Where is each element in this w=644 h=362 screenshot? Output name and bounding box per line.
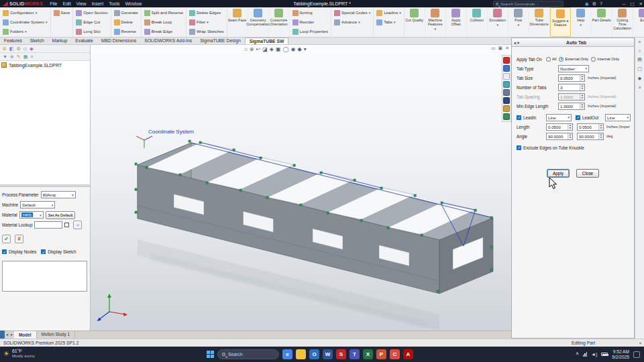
menu-insert[interactable]: Insert bbox=[89, 0, 107, 7]
material-lookup-search-button[interactable]: ⌕ bbox=[73, 221, 82, 229]
ribbon-suggest-a-feature[interactable]: Suggest a Feature bbox=[550, 7, 571, 37]
leadout-angle-input[interactable]: 90.0000▲▼ bbox=[577, 133, 604, 140]
machine-select[interactable]: Default▾ bbox=[20, 201, 55, 208]
collapse-pane-icon[interactable]: « bbox=[639, 40, 641, 44]
spinner-arrows[interactable]: ▲▼ bbox=[568, 133, 572, 139]
leadout-type-select[interactable]: Line▾ bbox=[605, 114, 631, 121]
tab-mbd-dimensions[interactable]: MBD Dimensions bbox=[97, 38, 141, 44]
undock-icon[interactable]: ◂ bbox=[514, 40, 516, 45]
maximize-button[interactable]: ▢ bbox=[630, 1, 634, 7]
notification-center-icon[interactable] bbox=[633, 351, 640, 358]
battery-icon[interactable] bbox=[601, 353, 608, 356]
edit-appearance-icon[interactable]: ◆ bbox=[297, 46, 301, 52]
start-button[interactable] bbox=[207, 351, 214, 358]
view-settings-icon[interactable]: ▾ bbox=[304, 46, 307, 52]
ribbon-help[interactable]: Help▾ bbox=[571, 7, 592, 37]
display-style-icon[interactable]: ◯ bbox=[283, 46, 289, 52]
tab-evaluate[interactable]: Evaluate bbox=[71, 38, 97, 44]
property-manager-icon[interactable]: ◧ bbox=[9, 45, 14, 53]
ribbon-leadins[interactable]: Leadins▾ bbox=[375, 8, 402, 17]
teams-icon[interactable]: T bbox=[350, 349, 360, 359]
ribbon-tube-dimensions[interactable]: Tube Dimensions bbox=[529, 7, 550, 37]
user-account-icon[interactable]: ◉ bbox=[585, 0, 589, 7]
tab-scroll-left-icon[interactable]: ◂ bbox=[5, 331, 9, 339]
menu-edit[interactable]: Edit bbox=[60, 0, 74, 7]
ribbon-geometry-compensation[interactable]: Geometry Compensation bbox=[248, 7, 269, 37]
nodes-listbox[interactable] bbox=[2, 261, 87, 292]
ribbon-cut-quality[interactable]: Cut Quality bbox=[405, 7, 425, 37]
file-explorer-pane-icon[interactable]: ▢ bbox=[637, 66, 642, 72]
pin-icon[interactable]: ▾ bbox=[517, 40, 519, 45]
minimize-button[interactable]: ─ bbox=[623, 1, 626, 6]
menu-view[interactable]: View bbox=[74, 0, 89, 7]
tab-sigmatube-sw[interactable]: SigmaTUBE SW bbox=[245, 38, 289, 44]
solid-bodies-icon[interactable]: ▦ bbox=[23, 53, 28, 61]
leadin-length-input[interactable]: 0.0500▲▼ bbox=[546, 123, 573, 131]
spinner-arrows[interactable]: ▲▼ bbox=[568, 124, 572, 130]
clear-material-button[interactable]: ✘ bbox=[15, 235, 23, 243]
chrome-icon[interactable]: C bbox=[390, 349, 400, 359]
ribbon-generate[interactable]: Generate bbox=[113, 8, 140, 17]
word-icon[interactable]: W bbox=[323, 349, 333, 359]
tab-sketch[interactable]: Sketch bbox=[26, 38, 48, 44]
radio-internal-only[interactable]: Internal Only bbox=[591, 57, 619, 62]
tile-window-icon[interactable]: ▣ bbox=[498, 46, 503, 51]
ribbon-simulation[interactable]: Simulation▾ bbox=[488, 7, 508, 37]
close-button[interactable]: ✕ bbox=[639, 1, 643, 7]
min-edge-length-input[interactable]: 1.0000▲▼ bbox=[558, 103, 585, 110]
design-library-icon[interactable]: ▤ bbox=[637, 57, 642, 62]
ribbon-delete-edges[interactable]: Delete Edges bbox=[188, 8, 225, 17]
radio-all[interactable]: All bbox=[546, 57, 556, 62]
ribbon-folders[interactable]: Folders▾ bbox=[1, 27, 49, 36]
zoom-fit-icon[interactable]: ⌂ bbox=[244, 46, 248, 52]
sigmatube-sim-icon[interactable] bbox=[503, 113, 510, 120]
sigmatube-report-icon[interactable] bbox=[503, 57, 510, 64]
spinner-arrows[interactable]: ▲▼ bbox=[580, 75, 584, 81]
custom-properties-icon[interactable]: ≡ bbox=[638, 85, 641, 90]
annotation-visibility-icon[interactable]: ◈ bbox=[270, 46, 274, 52]
set-as-default-button[interactable]: Set As Default bbox=[46, 211, 76, 219]
apply-material-button[interactable]: ✔ bbox=[2, 235, 11, 243]
solidworks-resources-icon[interactable]: ⌂ bbox=[638, 48, 641, 53]
section-view-icon[interactable]: ◪ bbox=[262, 46, 268, 52]
ribbon-coordinate-system[interactable]: Coordinate System▾ bbox=[1, 17, 49, 27]
splitter-handle[interactable] bbox=[0, 330, 5, 339]
spinner-arrows[interactable]: ▲▼ bbox=[580, 84, 584, 90]
view-orientation-icon[interactable]: ▣ bbox=[276, 46, 281, 52]
tab-solidworks-add-ins[interactable]: SOLIDWORKS Add-Ins bbox=[140, 38, 196, 44]
tray-overflow-icon[interactable]: ^ bbox=[576, 352, 578, 357]
ribbon-open-section[interactable]: Open Section bbox=[74, 8, 109, 17]
settings-icon[interactable]: ⚙ bbox=[592, 0, 596, 7]
ribbon-special-codes[interactable]: Special Codes▾ bbox=[333, 8, 372, 17]
ribbon-tabs[interactable]: Tabs▾ bbox=[375, 17, 402, 27]
exclude-knuckle-checkbox[interactable]: Exclude Edges on Tube Knuckle bbox=[517, 145, 584, 150]
leadin-checkbox[interactable]: LeadIn bbox=[517, 115, 546, 120]
display-nodes-checkbox[interactable]: Display Nodes bbox=[2, 249, 36, 254]
dimxpert-manager-icon[interactable]: ◇ bbox=[23, 45, 27, 53]
filter-icon[interactable]: ▼ bbox=[3, 53, 7, 61]
help-icon[interactable]: ? bbox=[600, 0, 602, 7]
spinner-arrows[interactable]: ▲▼ bbox=[598, 133, 603, 139]
tab-features[interactable]: Features bbox=[0, 38, 26, 44]
previous-view-icon[interactable]: ↩ bbox=[256, 46, 261, 52]
ribbon-cutting-time-calculation[interactable]: Cutting Time Calculation bbox=[612, 7, 633, 37]
spinner-arrows[interactable]: ▲▼ bbox=[580, 103, 584, 109]
file-explorer-icon[interactable] bbox=[296, 349, 306, 359]
model-canvas[interactable]: Coordinate System bbox=[91, 45, 511, 330]
network-icon[interactable] bbox=[583, 352, 588, 357]
sigmatube-nest-icon[interactable] bbox=[503, 81, 510, 88]
ribbon-collision[interactable]: Collision bbox=[467, 7, 488, 37]
ribbon-reverse[interactable]: Reverse bbox=[113, 27, 140, 36]
outlook-icon[interactable]: O bbox=[309, 349, 319, 359]
ribbon-apply-offset[interactable]: Apply Offset bbox=[446, 7, 467, 37]
ribbon-break-loop[interactable]: Break Loop bbox=[143, 17, 184, 27]
ribbon-customize-orientation[interactable]: Customize Orientation bbox=[269, 7, 290, 37]
tab-type-select[interactable]: Number▾ bbox=[558, 65, 589, 72]
hide-show-items-icon[interactable]: ◉ bbox=[290, 46, 295, 52]
sigmatube-measure-icon[interactable] bbox=[503, 105, 510, 112]
radio-external-only[interactable]: External Only bbox=[559, 57, 588, 62]
ribbon-machine-features[interactable]: Machine Features▾ bbox=[425, 7, 446, 37]
view-tab-motion-study-1[interactable]: Motion Study 1 bbox=[37, 330, 76, 339]
command-search-input[interactable]: Search Commands ▾ bbox=[493, 1, 564, 7]
ribbon-part-details[interactable]: Part Details bbox=[592, 7, 612, 37]
